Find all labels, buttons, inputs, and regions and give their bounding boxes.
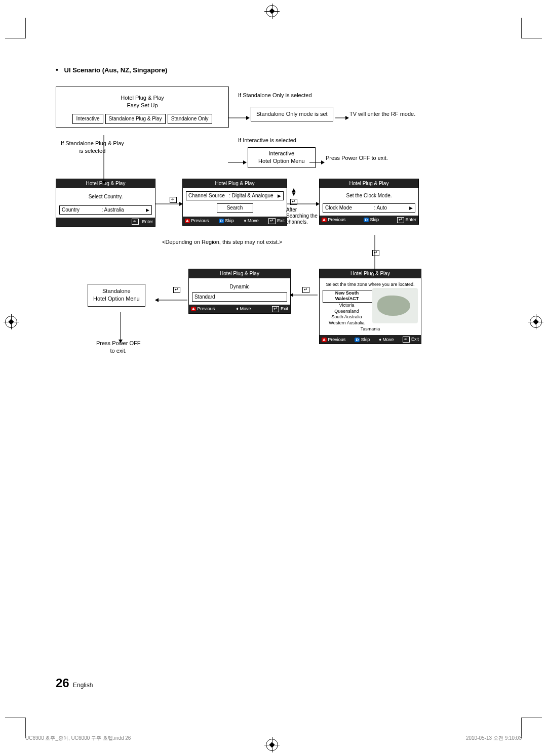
flow-diagram: Hotel Plug & Play Easy Set Up Interactiv… — [56, 87, 491, 400]
foot-exit: Exit — [281, 306, 288, 311]
arrow-icon — [179, 202, 183, 206]
page-number-value: 26 — [56, 676, 69, 690]
arrow-icon — [246, 116, 250, 120]
chevron-right-icon: ▶ — [278, 193, 281, 199]
standalone-menu-line1: Standalone — [93, 287, 140, 295]
box-easy-setup: Hotel Plug & Play Easy Set Up Interactiv… — [56, 87, 229, 128]
foot-prev: Previous — [328, 337, 345, 342]
panel-title: Hotel Plug & Play — [320, 269, 421, 278]
enter-icon: ↵ — [170, 195, 177, 203]
field-country[interactable]: Country : Australia ▶ — [59, 205, 152, 215]
panel-channel-source: Hotel Plug & Play Channel Source : Digit… — [182, 179, 287, 226]
arrow-icon — [119, 340, 123, 343]
d-button-icon: D — [219, 219, 224, 223]
foot-exit: Exit — [411, 337, 419, 342]
arrow-icon — [316, 202, 320, 206]
crop-mark — [5, 18, 26, 38]
page-number: 26 English — [56, 676, 93, 690]
arrow-icon — [345, 116, 349, 120]
field-source-label: Channel Source — [188, 192, 225, 199]
enter-icon: ↵ — [173, 285, 180, 293]
chevron-right-icon: ▶ — [409, 205, 413, 212]
d-button-icon: D — [355, 338, 360, 342]
after-line2: Searching the — [286, 213, 318, 219]
crop-mark — [5, 718, 26, 738]
footer-filename: UC6900 호주_중아, UC6000 구주 호텔.indd 26 — [25, 735, 131, 742]
content-area: • UI Scenario (Aus, NZ, Singapore) Hotel… — [56, 66, 491, 400]
arrow-icon — [373, 272, 377, 275]
plugplay-line1: If Standalone Plug & Play — [61, 140, 124, 147]
label-power-off-exit: Press Power OFF to exit. — [326, 154, 388, 162]
panel-title: Hotel Plug & Play — [183, 179, 287, 188]
panel-country-text: Select Country. — [59, 191, 152, 203]
panel-select-country: Hotel Plug & Play Select Country. Countr… — [56, 179, 155, 227]
a-button-icon: A — [322, 338, 327, 342]
picture-dynamic[interactable]: Dynamic — [192, 281, 287, 292]
foot-enter: Enter — [142, 219, 153, 225]
foot-skip: Skip — [370, 217, 379, 222]
a-button-icon: A — [322, 218, 327, 222]
foot-prev: Previous — [197, 306, 215, 311]
enter-icon: ↵ — [268, 218, 276, 224]
bullet-icon: • — [56, 66, 58, 74]
enter-icon: ↵ — [403, 337, 410, 343]
after-line3: channels. — [286, 219, 318, 225]
picture-standard[interactable]: Standard — [192, 292, 287, 302]
box-standalone-set: Standalone Only mode is set — [251, 107, 333, 121]
panel-timezone: Hotel Plug & Play Select the time zone w… — [319, 269, 421, 344]
interactive-line1: Interactive — [258, 150, 305, 157]
easy-setup-title2: Easy Set Up — [59, 102, 225, 109]
label-if-standalone-only: If Standalone Only is selected — [238, 92, 312, 99]
footer-timestamp: 2010-05-13 오전 9:10:03 — [466, 735, 522, 742]
foot-move: Move — [248, 218, 259, 223]
page: • UI Scenario (Aus, NZ, Singapore) Hotel… — [0, 0, 547, 756]
label-if-plugplay: If Standalone Plug & Play is selected — [61, 140, 124, 155]
search-button[interactable]: Search — [217, 203, 253, 213]
after-line1: After — [286, 207, 318, 213]
print-footer: UC6900 호주_중아, UC6000 구주 호텔.indd 26 2010-… — [25, 735, 522, 742]
field-source-value: : Digital & Analogue — [229, 192, 273, 199]
option-interactive[interactable]: Interactive — [72, 114, 103, 124]
foot-skip: Skip — [225, 218, 234, 223]
page-language: English — [73, 682, 93, 689]
panel-title: Hotel Plug & Play — [189, 269, 290, 278]
label-if-interactive: If Interactive is selected — [238, 137, 296, 144]
chevron-right-icon: ▶ — [146, 207, 149, 214]
registration-mark-icon — [5, 316, 17, 328]
enter-icon: ↵ — [302, 285, 309, 293]
updown-enter-icon: ▲▼ ↵ — [290, 188, 297, 205]
option-standalone-only[interactable]: Standalone Only — [168, 114, 212, 124]
interactive-line2: Hotel Option Menu — [258, 157, 305, 165]
field-channel-source[interactable]: Channel Source : Digital & Analogue ▶ — [186, 191, 284, 200]
registration-mark-icon — [530, 316, 542, 328]
panel-tz-text: Select the time zone where you are locat… — [323, 281, 418, 288]
a-button-icon: A — [191, 307, 196, 311]
australia-map-icon — [372, 288, 418, 323]
standalone-menu-line2: Hotel Option Menu — [93, 295, 140, 303]
field-clock-label: Clock Mode — [325, 204, 352, 212]
box-interactive-menu: Interactive Hotel Option Menu — [248, 147, 316, 168]
crop-mark — [521, 18, 542, 38]
plugplay-line2: is selected — [61, 147, 124, 155]
foot-skip: Skip — [361, 337, 370, 342]
option-standalone-plugplay[interactable]: Standalone Plug & Play — [105, 114, 166, 124]
foot-prev: Previous — [328, 217, 345, 222]
field-country-label: Country — [62, 206, 80, 214]
panel-clock-text: Set the Clock Mode. — [323, 191, 415, 201]
arrow-icon — [102, 181, 106, 185]
foot-exit: Exit — [277, 218, 285, 223]
easy-setup-title1: Hotel Plug & Play — [59, 94, 225, 102]
arrow-icon — [290, 293, 293, 297]
label-region-note: <Depending on Region, this step may not … — [162, 238, 282, 246]
field-clock-value: : Auto — [374, 204, 387, 212]
poweroff-line2: to exit. — [96, 347, 140, 355]
field-clock-mode[interactable]: Clock Mode : Auto ▶ — [323, 203, 415, 213]
enter-icon: ↵ — [132, 219, 139, 225]
box-standalone-menu: Standalone Hotel Option Menu — [88, 284, 145, 307]
a-button-icon: A — [185, 219, 190, 223]
tz-tas[interactable]: Tasmania — [323, 326, 418, 332]
enter-icon: ↵ — [272, 306, 279, 312]
arrow-icon — [243, 160, 247, 164]
label-tv-rf: TV will enter the RF mode. — [349, 110, 415, 118]
registration-mark-icon — [266, 5, 278, 17]
